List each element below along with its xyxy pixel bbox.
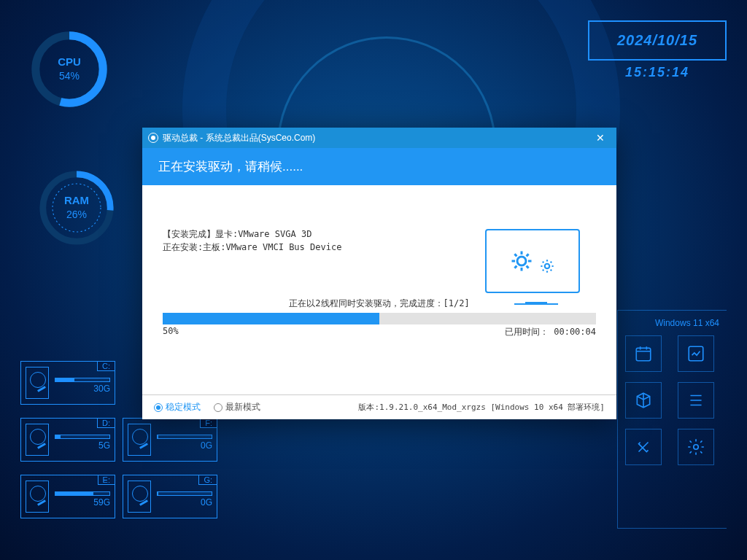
disk-tile: F: 0G xyxy=(123,418,217,462)
chart-icon xyxy=(678,335,714,372)
clock-panel: 2024/10/15 15:15:14 xyxy=(588,20,727,80)
titlebar[interactable]: 驱动总裁 - 系统总裁出品(SysCeo.Com) ✕ xyxy=(142,128,616,148)
cube-icon xyxy=(625,382,662,419)
hdd-icon xyxy=(128,481,151,513)
side-panel: Windows 11 x64 xyxy=(617,310,727,529)
disk-tile: C: 30G xyxy=(20,361,115,405)
ram-gauge: RAM 26% xyxy=(36,168,117,248)
progress-percent: 50% xyxy=(163,326,179,338)
hdd-icon xyxy=(26,481,49,513)
version-text: 版本:1.9.21.0_x64_Mod_xrgzs [Windows 10 x6… xyxy=(358,402,605,413)
svg-point-8 xyxy=(517,257,526,265)
dialog-heading: 正在安装驱动，请稍候...... xyxy=(142,148,616,185)
disk-letter: F: xyxy=(200,418,217,428)
cpu-gauge: CPU 54% xyxy=(29,29,109,109)
mode-latest-radio[interactable]: 最新模式 xyxy=(214,401,260,413)
ram-label: RAM xyxy=(36,194,117,206)
disk-tile: E: 59G xyxy=(20,475,115,518)
disk-letter: G: xyxy=(198,475,217,485)
cpu-label: CPU xyxy=(29,55,109,68)
svg-rect-5 xyxy=(636,348,651,360)
cpu-percent: 54% xyxy=(29,70,109,82)
svg-point-7 xyxy=(693,445,698,450)
disk-tile: D: 5G xyxy=(20,418,115,462)
clock-date: 2024/10/15 xyxy=(597,32,718,49)
disk-tile: G: 0G xyxy=(123,475,217,518)
disk-letter: E: xyxy=(98,475,115,485)
driver-install-dialog: 驱动总裁 - 系统总裁出品(SysCeo.Com) ✕ 正在安装驱动，请稍候..… xyxy=(142,128,616,419)
hdd-icon xyxy=(26,367,49,399)
hdd-icon xyxy=(26,424,49,456)
app-icon xyxy=(148,133,158,143)
hdd-icon xyxy=(128,424,151,456)
svg-point-4 xyxy=(53,184,101,232)
monitor-illustration xyxy=(485,229,587,316)
clock-time: 15:15:14 xyxy=(588,65,727,80)
disk-size: 0G xyxy=(157,497,212,508)
tools-icon xyxy=(625,429,662,465)
gear-icon xyxy=(678,429,714,465)
ram-percent: 26% xyxy=(36,209,117,220)
dialog-footer: 稳定模式 最新模式 版本:1.9.21.0_x64_Mod_xrgzs [Win… xyxy=(142,394,616,419)
os-label: Windows 11 x64 xyxy=(625,318,719,328)
disk-letter: D: xyxy=(97,418,115,428)
progress-bar xyxy=(163,313,596,324)
window-title: 驱动总裁 - 系统总裁出品(SysCeo.Com) xyxy=(163,132,590,144)
disk-size: 59G xyxy=(55,497,110,508)
list-icon xyxy=(678,382,714,419)
disk-size: 5G xyxy=(55,440,110,451)
svg-point-9 xyxy=(545,264,550,269)
close-button[interactable]: ✕ xyxy=(590,132,611,144)
mode-stable-radio[interactable]: 稳定模式 xyxy=(154,401,201,413)
elapsed-time: 已用时间： 00:00:04 xyxy=(505,326,596,338)
disk-size: 30G xyxy=(55,384,110,394)
disk-size: 0G xyxy=(157,440,212,451)
calendar-icon xyxy=(625,335,662,372)
disk-letter: C: xyxy=(97,361,115,371)
